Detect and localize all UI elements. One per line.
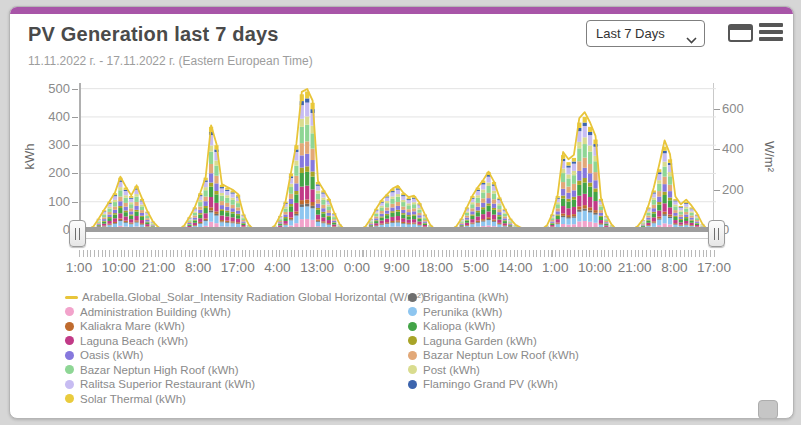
bar-segment[interactable] — [417, 219, 421, 222]
bar-segment[interactable] — [327, 224, 331, 225]
bar-segment[interactable] — [225, 190, 229, 191]
bar-segment[interactable] — [583, 126, 587, 137]
bar-segment[interactable] — [140, 210, 144, 213]
bar-segment[interactable] — [231, 208, 235, 212]
bar-segment[interactable] — [593, 172, 597, 180]
bar-segment[interactable] — [300, 168, 304, 173]
bar-segment[interactable] — [209, 152, 213, 164]
bar-segment[interactable] — [220, 196, 224, 201]
bar-segment[interactable] — [663, 214, 667, 216]
bar-segment[interactable] — [396, 194, 400, 197]
bar-segment[interactable] — [401, 213, 405, 214]
bar-segment[interactable] — [503, 218, 507, 220]
bar-segment[interactable] — [305, 116, 309, 124]
bar-segment[interactable] — [663, 192, 667, 195]
bar-segment[interactable] — [476, 212, 480, 216]
bar-segment[interactable] — [566, 193, 570, 199]
bar-segment[interactable] — [193, 216, 197, 218]
bar-segment[interactable] — [487, 211, 491, 217]
bar-segment[interactable] — [204, 190, 208, 196]
bar-segment[interactable] — [220, 188, 224, 193]
bar-segment[interactable] — [396, 197, 400, 202]
bar-segment[interactable] — [668, 217, 672, 218]
bar-segment[interactable] — [374, 216, 378, 218]
bar-segment[interactable] — [241, 223, 245, 224]
bar-segment[interactable] — [294, 176, 298, 184]
bar-segment[interactable] — [113, 218, 117, 222]
bar-segment[interactable] — [102, 214, 106, 215]
bar-segment[interactable] — [289, 218, 293, 220]
bar-segment[interactable] — [113, 202, 117, 206]
bar-segment[interactable] — [588, 212, 592, 221]
bar-segment[interactable] — [417, 221, 421, 224]
bar-segment[interactable] — [412, 224, 416, 225]
bar-segment[interactable] — [566, 162, 570, 165]
bar-segment[interactable] — [599, 206, 603, 210]
bar-segment[interactable] — [316, 208, 320, 210]
bar-segment[interactable] — [385, 201, 389, 203]
bar-segment[interactable] — [209, 164, 213, 173]
bar-segment[interactable] — [503, 220, 507, 221]
bar-segment[interactable] — [380, 207, 384, 211]
bar-segment[interactable] — [396, 206, 400, 210]
bar-segment[interactable] — [294, 191, 298, 194]
bar-segment[interactable] — [679, 222, 683, 224]
bar-segment[interactable] — [599, 210, 603, 213]
legend-item-administration-building-kwh[interactable]: Administration Building (kWh) — [65, 305, 425, 320]
bar-segment[interactable] — [684, 218, 688, 221]
bar-segment[interactable] — [593, 180, 597, 188]
bar-segment[interactable] — [412, 208, 416, 211]
bar-segment[interactable] — [118, 213, 122, 218]
bar-segment[interactable] — [481, 198, 485, 202]
bar-segment[interactable] — [380, 224, 384, 225]
bar-segment[interactable] — [204, 201, 208, 206]
bar-segment[interactable] — [604, 224, 608, 225]
bar-segment[interactable] — [679, 206, 683, 207]
bar-segment[interactable] — [374, 220, 378, 221]
bar-segment[interactable] — [481, 189, 485, 192]
bar-segment[interactable] — [390, 199, 394, 204]
bar-segment[interactable] — [487, 182, 491, 185]
bar-segment[interactable] — [684, 203, 688, 204]
bar-segment[interactable] — [278, 224, 282, 225]
bar-segment[interactable] — [465, 225, 469, 226]
bar-segment[interactable] — [327, 206, 331, 210]
bar-segment[interactable] — [124, 198, 128, 203]
bar-segment[interactable] — [396, 210, 400, 212]
bar-segment[interactable] — [465, 213, 469, 216]
bar-segment[interactable] — [663, 212, 667, 215]
bar-segment[interactable] — [305, 172, 309, 186]
bar-segment[interactable] — [572, 218, 576, 224]
bar-segment[interactable] — [668, 214, 672, 216]
bar-segment[interactable] — [407, 216, 411, 219]
bar-segment[interactable] — [652, 217, 656, 221]
bar-segment[interactable] — [476, 191, 480, 195]
bar-segment[interactable] — [412, 202, 416, 204]
bar-segment[interactable] — [390, 207, 394, 211]
bar-segment[interactable] — [236, 222, 240, 223]
bar-segment[interactable] — [225, 222, 229, 223]
bar-segment[interactable] — [423, 221, 427, 222]
bar-segment[interactable] — [140, 217, 144, 220]
bar-segment[interactable] — [481, 203, 485, 207]
bar-segment[interactable] — [561, 214, 565, 216]
legend-item-kaliopa-kwh[interactable]: Kaliopa (kWh) — [408, 319, 579, 334]
bar-segment[interactable] — [550, 223, 554, 224]
bar-segment[interactable] — [583, 211, 587, 221]
bar-segment[interactable] — [684, 224, 688, 225]
bar-segment[interactable] — [460, 224, 464, 225]
bar-segment[interactable] — [231, 192, 235, 193]
bar-segment[interactable] — [492, 215, 496, 220]
bar-segment[interactable] — [310, 149, 314, 160]
bar-segment[interactable] — [193, 220, 197, 221]
bar-segment[interactable] — [327, 216, 331, 217]
bar-segment[interactable] — [390, 196, 394, 198]
bar-segment[interactable] — [220, 220, 224, 221]
bar-segment[interactable] — [140, 206, 144, 210]
bar-segment[interactable] — [385, 223, 389, 224]
bar-segment[interactable] — [679, 208, 683, 210]
bar-segment[interactable] — [289, 220, 293, 225]
bar-segment[interactable] — [113, 210, 117, 213]
bar-segment[interactable] — [604, 224, 608, 225]
legend-item-perunika-kwh[interactable]: Perunika (kWh) — [408, 305, 579, 320]
